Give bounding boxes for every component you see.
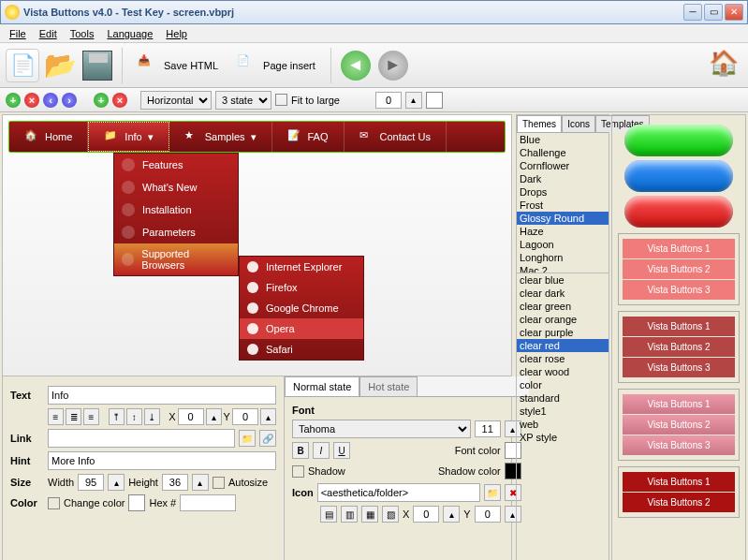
tab-themes[interactable]: Themes	[517, 115, 562, 132]
theme-item[interactable]: Blue	[517, 133, 609, 146]
valign-bot-button[interactable]: ⤓	[144, 408, 160, 425]
style-item[interactable]: clear green	[517, 300, 609, 313]
link-browse-button[interactable]: 📁	[239, 430, 256, 447]
theme-item[interactable]: Challenge	[517, 146, 609, 159]
sub1-whatsnew[interactable]: What's New	[114, 176, 238, 199]
hint-input[interactable]	[48, 451, 276, 470]
fit-checkbox[interactable]	[275, 94, 287, 106]
x-spin[interactable]: ▴	[206, 408, 222, 425]
menu-edit[interactable]: Edit	[34, 26, 63, 40]
variant-button[interactable]: Vista Buttons 3	[623, 435, 735, 455]
icon-pos-1[interactable]: ▤	[320, 506, 337, 523]
maximize-button[interactable]: ▭	[704, 4, 723, 21]
change-color-checkbox[interactable]	[48, 497, 60, 509]
save-disk-icon[interactable]	[81, 49, 114, 82]
icon-browse-button[interactable]: 📁	[484, 484, 501, 501]
move-right-button[interactable]: ›	[62, 93, 77, 108]
text-input[interactable]	[48, 386, 276, 405]
nav-forward-button[interactable]: ►	[378, 51, 408, 81]
align-center-button[interactable]: ≣	[66, 408, 81, 425]
demo-nav-home[interactable]: 🏠Home	[9, 122, 88, 152]
hex-input[interactable]	[180, 494, 236, 511]
theme-item[interactable]: Mac 2	[517, 264, 609, 273]
variant-button[interactable]: Vista Buttons 2	[623, 259, 735, 279]
height-input[interactable]	[162, 474, 188, 491]
num-input[interactable]	[375, 92, 402, 109]
style-list[interactable]: clear blueclear darkclear greenclear ora…	[517, 273, 609, 560]
style-item[interactable]: color	[517, 378, 609, 391]
sub1-installation[interactable]: Installation	[114, 199, 238, 221]
sub1-browsers[interactable]: Supported Browsers	[114, 243, 238, 275]
icon-x-input[interactable]	[413, 506, 439, 523]
add-button[interactable]: +	[6, 93, 21, 108]
variant-button[interactable]: Vista Buttons 2	[623, 337, 735, 357]
style-item[interactable]: clear wood	[517, 365, 609, 378]
theme-item[interactable]: Drops	[517, 185, 609, 199]
demo-nav-samples[interactable]: ★Samples▾	[169, 122, 272, 152]
page-insert-button[interactable]: 📄Page insert	[229, 51, 323, 81]
open-folder-icon[interactable]: 📂	[43, 49, 77, 82]
home-icon[interactable]: 🏠	[709, 49, 742, 82]
new-file-icon[interactable]: 📄	[6, 49, 39, 82]
delete-sub-button[interactable]: ×	[112, 93, 127, 108]
menu-tools[interactable]: Tools	[65, 26, 100, 40]
theme-item[interactable]: Longhorn	[517, 251, 609, 264]
link-input[interactable]	[48, 429, 235, 448]
nav-back-button[interactable]: ◄	[341, 51, 371, 81]
save-html-button[interactable]: 📥Save HTML	[130, 51, 226, 81]
sub2-opera[interactable]: Opera	[240, 318, 363, 339]
y-input[interactable]	[232, 408, 258, 425]
style-item[interactable]: clear dark	[517, 287, 609, 300]
tab-icons[interactable]: Icons	[562, 115, 595, 132]
demo-nav-info[interactable]: 📁Info▾	[88, 122, 169, 152]
preview-pill-blue[interactable]	[624, 160, 733, 192]
valign-top-button[interactable]: ⤒	[109, 408, 125, 425]
add-sub-button[interactable]: +	[94, 93, 109, 108]
move-left-button[interactable]: ‹	[43, 93, 58, 108]
font-combo[interactable]: Tahoma	[292, 420, 471, 438]
tab-normal-state[interactable]: Normal state	[285, 376, 359, 396]
h-spin[interactable]: ▴	[192, 474, 209, 491]
preview-pill-green[interactable]	[624, 125, 733, 156]
minimize-button[interactable]: ─	[683, 4, 702, 21]
color-swatch[interactable]	[128, 494, 145, 511]
delete-button[interactable]: ×	[24, 93, 39, 108]
sub2-chrome[interactable]: Google Chrome	[240, 298, 363, 318]
icon-pos-2[interactable]: ▥	[341, 506, 358, 523]
link-chain-button[interactable]: 🔗	[259, 430, 276, 447]
bold-button[interactable]: B	[292, 442, 309, 459]
num-spin[interactable]: ▴	[405, 92, 422, 109]
valign-mid-button[interactable]: ↕	[126, 408, 142, 425]
icon-pos-4[interactable]: ▧	[382, 506, 399, 523]
style-item[interactable]: standard	[517, 391, 609, 405]
sub1-features[interactable]: Features	[114, 154, 238, 176]
font-size-input[interactable]	[475, 420, 501, 437]
variant-button[interactable]: Vista Buttons 2	[623, 493, 735, 512]
align-right-button[interactable]: ≡	[83, 408, 99, 425]
y-spin[interactable]: ▴	[260, 408, 276, 425]
menu-help[interactable]: Help	[160, 26, 193, 40]
w-spin[interactable]: ▴	[108, 474, 125, 491]
variant-button[interactable]: Vista Buttons 1	[623, 394, 735, 414]
variant-button[interactable]: Vista Buttons 1	[623, 317, 735, 336]
autosize-checkbox[interactable]	[213, 477, 225, 489]
variant-button[interactable]: Vista Buttons 1	[623, 239, 735, 258]
style-item[interactable]: clear red	[517, 339, 609, 352]
style-item[interactable]: web	[517, 418, 609, 431]
style-item[interactable]: XP style	[517, 431, 609, 444]
style-item[interactable]: clear purple	[517, 326, 609, 339]
shadow-checkbox[interactable]	[292, 465, 304, 478]
bg-color-swatch[interactable]	[426, 92, 443, 109]
underline-button[interactable]: U	[333, 442, 350, 459]
theme-item[interactable]: Lagoon	[517, 238, 609, 251]
tab-hot-state[interactable]: Hot state	[359, 376, 418, 396]
style-item[interactable]: clear rose	[517, 352, 609, 365]
sub2-firefox[interactable]: Firefox	[240, 277, 363, 298]
demo-nav-faq[interactable]: 📝FAQ	[272, 122, 345, 152]
variant-button[interactable]: Vista Buttons 3	[623, 280, 735, 300]
theme-item[interactable]: Dark	[517, 172, 609, 185]
x-input[interactable]	[178, 408, 204, 425]
style-item[interactable]: clear blue	[517, 273, 609, 287]
width-input[interactable]	[78, 474, 104, 491]
icon-y-input[interactable]	[475, 506, 501, 523]
